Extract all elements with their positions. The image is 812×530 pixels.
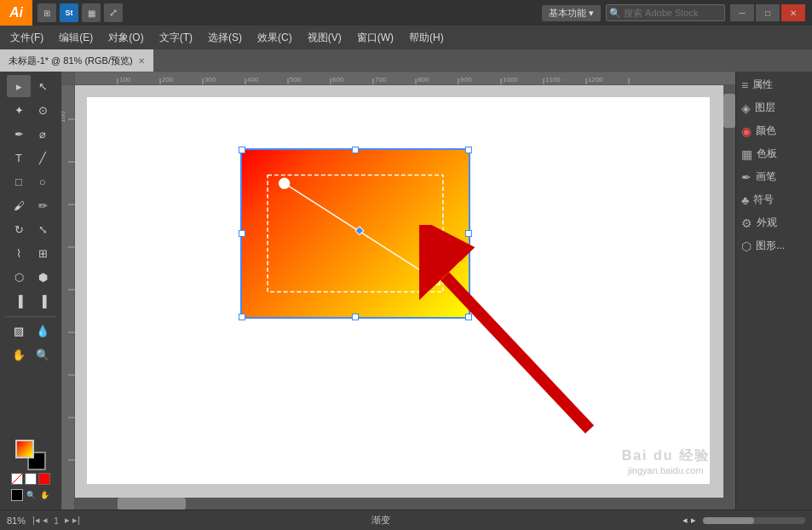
handle-bm[interactable] bbox=[352, 314, 359, 320]
svg-rect-41 bbox=[355, 227, 364, 235]
nav-prev-start[interactable]: |◂ bbox=[32, 515, 40, 526]
handle-br[interactable] bbox=[465, 314, 472, 320]
panel-brushes[interactable]: ✒ 画笔 bbox=[736, 165, 812, 188]
red-swatch[interactable] bbox=[38, 473, 50, 485]
gradient-rectangle[interactable] bbox=[240, 148, 470, 319]
maximize-button[interactable]: □ bbox=[756, 4, 780, 21]
svg-text:400: 400 bbox=[247, 76, 259, 84]
icon2[interactable]: St bbox=[60, 3, 78, 22]
zoom-level: 81% bbox=[7, 516, 26, 526]
panel-symbols[interactable]: ♣ 符号 bbox=[736, 188, 812, 211]
panel-swatches[interactable]: ▦ 色板 bbox=[736, 142, 812, 165]
paintbrush-tool[interactable]: 🖌 bbox=[7, 194, 31, 216]
menu-text[interactable]: 文字(T) bbox=[153, 28, 199, 48]
handle-bl[interactable] bbox=[239, 314, 245, 320]
artboard[interactable] bbox=[87, 97, 710, 484]
svg-text:1200: 1200 bbox=[588, 76, 603, 84]
close-button[interactable]: ✕ bbox=[781, 4, 805, 21]
scrollbar-bottom[interactable] bbox=[75, 498, 723, 510]
svg-text:1000: 1000 bbox=[503, 76, 518, 84]
eyedropper-tool[interactable]: 💧 bbox=[31, 320, 55, 342]
swatches-icon: ▦ bbox=[741, 147, 752, 161]
menu-window[interactable]: 窗口(W) bbox=[350, 28, 400, 48]
lasso-tool[interactable]: ⊙ bbox=[31, 99, 55, 121]
type-tool[interactable]: T bbox=[7, 147, 31, 169]
none-swatch[interactable] bbox=[11, 473, 23, 485]
menu-view[interactable]: 视图(V) bbox=[301, 28, 348, 48]
column-graph-tool[interactable]: ▐ bbox=[31, 290, 55, 312]
menu-select[interactable]: 选择(S) bbox=[201, 28, 249, 48]
menu-file[interactable]: 文件(F) bbox=[3, 28, 50, 48]
play-next[interactable]: ▸ bbox=[691, 515, 696, 526]
nav-prev[interactable]: ◂ bbox=[43, 515, 48, 526]
ellipse-tool[interactable]: ○ bbox=[31, 170, 55, 193]
handle-tl[interactable] bbox=[239, 147, 245, 153]
svg-rect-40 bbox=[429, 274, 440, 285]
search-stock-input[interactable] bbox=[606, 4, 725, 21]
select-tool[interactable]: ▸ bbox=[7, 75, 31, 97]
menu-object[interactable]: 对象(O) bbox=[101, 28, 150, 48]
gradient-tool[interactable]: ▨ bbox=[7, 320, 31, 342]
pen-tool[interactable]: ✒ bbox=[7, 123, 31, 145]
svg-line-38 bbox=[285, 183, 435, 279]
handle-mr[interactable] bbox=[465, 230, 472, 237]
line-tool[interactable]: ╱ bbox=[31, 147, 55, 169]
icon1[interactable]: ⊞ bbox=[37, 3, 56, 22]
nav-next[interactable]: ▸ bbox=[65, 515, 70, 526]
fg-bg-colors[interactable] bbox=[15, 440, 46, 470]
rect-tool[interactable]: □ bbox=[7, 170, 31, 193]
workspace-dropdown[interactable]: 基本功能 ▾ bbox=[542, 5, 601, 21]
canvas-area[interactable]: 100 200 300 400 500 600 700 800 900 1000 bbox=[61, 72, 735, 510]
handle-ml[interactable] bbox=[239, 230, 245, 237]
panel-brushes-label: 画笔 bbox=[756, 170, 776, 184]
appearance-icon: ⚙ bbox=[741, 216, 752, 230]
bar-graph-tool[interactable]: ▐ bbox=[7, 290, 31, 312]
panel-layers[interactable]: ◈ 图层 bbox=[736, 96, 812, 119]
rotate-tool[interactable]: ↻ bbox=[7, 218, 31, 240]
curvature-tool[interactable]: ⌀ bbox=[31, 123, 55, 145]
active-tab[interactable]: 未标题-1* @ 81% (RGB/预览) ✕ bbox=[0, 49, 153, 72]
zoom-tool[interactable]: 🔍 bbox=[31, 343, 55, 366]
ruler-top: 100 200 300 400 500 600 700 800 900 1000 bbox=[61, 72, 735, 85]
icon4[interactable]: ⤢ bbox=[104, 3, 123, 22]
magic-wand-tool[interactable]: ✦ bbox=[7, 99, 31, 121]
pencil-tool[interactable]: ✏ bbox=[31, 194, 55, 216]
foreground-color[interactable] bbox=[15, 440, 34, 458]
direct-select-tool[interactable]: ↖ bbox=[31, 75, 55, 97]
panel-color-label: 颜色 bbox=[756, 124, 776, 138]
zoom-small[interactable]: 🔍 bbox=[25, 489, 37, 501]
nav-next-end[interactable]: ▸| bbox=[72, 515, 80, 526]
menubar: 文件(F) 编辑(E) 对象(O) 文字(T) 选择(S) 效果(C) 视图(V… bbox=[0, 26, 812, 49]
play-prev[interactable]: ◂ bbox=[682, 515, 688, 526]
svg-text:200: 200 bbox=[162, 76, 174, 84]
minimize-button[interactable]: ─ bbox=[730, 4, 754, 21]
live-paint-tool[interactable]: ⬢ bbox=[31, 266, 55, 288]
free-transform-tool[interactable]: ⊞ bbox=[31, 242, 55, 264]
black-swatch2[interactable] bbox=[11, 489, 23, 501]
scale-tool[interactable]: ⤡ bbox=[31, 218, 55, 240]
shape-builder-tool[interactable]: ⬡ bbox=[7, 266, 31, 288]
svg-text:700: 700 bbox=[375, 76, 387, 84]
layers-icon: ◈ bbox=[741, 101, 751, 115]
menu-help[interactable]: 帮助(H) bbox=[402, 28, 451, 48]
panel-properties[interactable]: ≡ 属性 bbox=[736, 73, 812, 96]
tab-close-button[interactable]: ✕ bbox=[138, 56, 145, 66]
panel-properties-label: 属性 bbox=[752, 78, 773, 92]
menu-effect[interactable]: 效果(C) bbox=[251, 28, 299, 48]
hand-tool[interactable]: ✋ bbox=[7, 343, 31, 366]
status-scrollbar[interactable] bbox=[703, 517, 805, 524]
scrollbar-right[interactable] bbox=[723, 85, 735, 510]
svg-rect-37 bbox=[268, 175, 443, 291]
page-number: 1 bbox=[54, 516, 59, 526]
panel-appearance[interactable]: ⚙ 外观 bbox=[736, 211, 812, 234]
white-swatch[interactable] bbox=[25, 473, 37, 485]
titlebar: Ai ⊞ St ▦ ⤢ 基本功能 ▾ 🔍 ─ □ ✕ bbox=[0, 0, 812, 26]
hand-small[interactable]: ✋ bbox=[38, 489, 50, 501]
handle-tr[interactable] bbox=[465, 147, 472, 153]
menu-edit[interactable]: 编辑(E) bbox=[52, 28, 100, 48]
panel-color[interactable]: ◉ 颜色 bbox=[736, 119, 812, 142]
icon3[interactable]: ▦ bbox=[82, 3, 101, 22]
panel-graphic-styles[interactable]: ⬡ 图形... bbox=[736, 234, 812, 257]
warp-tool[interactable]: ⌇ bbox=[7, 242, 31, 264]
handle-tm[interactable] bbox=[352, 147, 359, 153]
